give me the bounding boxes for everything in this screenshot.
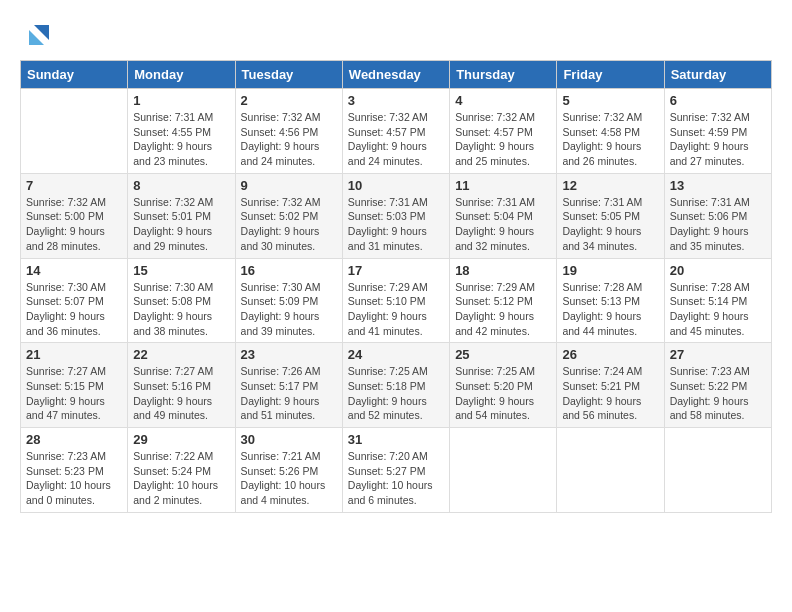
day-number: 27 [670, 347, 766, 362]
day-info: Sunrise: 7:30 AM Sunset: 5:09 PM Dayligh… [241, 280, 337, 339]
calendar-cell: 23Sunrise: 7:26 AM Sunset: 5:17 PM Dayli… [235, 343, 342, 428]
calendar-cell: 31Sunrise: 7:20 AM Sunset: 5:27 PM Dayli… [342, 428, 449, 513]
day-number: 21 [26, 347, 122, 362]
calendar-cell: 3Sunrise: 7:32 AM Sunset: 4:57 PM Daylig… [342, 89, 449, 174]
day-number: 9 [241, 178, 337, 193]
header-cell-friday: Friday [557, 61, 664, 89]
calendar-cell [450, 428, 557, 513]
day-number: 16 [241, 263, 337, 278]
day-number: 2 [241, 93, 337, 108]
week-row-1: 1Sunrise: 7:31 AM Sunset: 4:55 PM Daylig… [21, 89, 772, 174]
week-row-3: 14Sunrise: 7:30 AM Sunset: 5:07 PM Dayli… [21, 258, 772, 343]
calendar-cell: 4Sunrise: 7:32 AM Sunset: 4:57 PM Daylig… [450, 89, 557, 174]
day-number: 14 [26, 263, 122, 278]
calendar-cell: 16Sunrise: 7:30 AM Sunset: 5:09 PM Dayli… [235, 258, 342, 343]
day-number: 4 [455, 93, 551, 108]
day-info: Sunrise: 7:32 AM Sunset: 4:58 PM Dayligh… [562, 110, 658, 169]
header-cell-tuesday: Tuesday [235, 61, 342, 89]
day-info: Sunrise: 7:31 AM Sunset: 5:05 PM Dayligh… [562, 195, 658, 254]
day-info: Sunrise: 7:28 AM Sunset: 5:13 PM Dayligh… [562, 280, 658, 339]
day-info: Sunrise: 7:21 AM Sunset: 5:26 PM Dayligh… [241, 449, 337, 508]
page-header [20, 20, 772, 50]
day-info: Sunrise: 7:30 AM Sunset: 5:07 PM Dayligh… [26, 280, 122, 339]
calendar-cell: 9Sunrise: 7:32 AM Sunset: 5:02 PM Daylig… [235, 173, 342, 258]
day-info: Sunrise: 7:27 AM Sunset: 5:16 PM Dayligh… [133, 364, 229, 423]
logo [20, 20, 54, 50]
calendar-cell: 5Sunrise: 7:32 AM Sunset: 4:58 PM Daylig… [557, 89, 664, 174]
day-info: Sunrise: 7:31 AM Sunset: 4:55 PM Dayligh… [133, 110, 229, 169]
day-number: 26 [562, 347, 658, 362]
day-number: 31 [348, 432, 444, 447]
day-number: 3 [348, 93, 444, 108]
day-number: 10 [348, 178, 444, 193]
day-info: Sunrise: 7:31 AM Sunset: 5:04 PM Dayligh… [455, 195, 551, 254]
day-info: Sunrise: 7:24 AM Sunset: 5:21 PM Dayligh… [562, 364, 658, 423]
day-info: Sunrise: 7:20 AM Sunset: 5:27 PM Dayligh… [348, 449, 444, 508]
calendar-cell: 18Sunrise: 7:29 AM Sunset: 5:12 PM Dayli… [450, 258, 557, 343]
calendar-cell: 2Sunrise: 7:32 AM Sunset: 4:56 PM Daylig… [235, 89, 342, 174]
calendar-cell: 7Sunrise: 7:32 AM Sunset: 5:00 PM Daylig… [21, 173, 128, 258]
day-number: 11 [455, 178, 551, 193]
calendar-cell: 27Sunrise: 7:23 AM Sunset: 5:22 PM Dayli… [664, 343, 771, 428]
day-number: 23 [241, 347, 337, 362]
calendar-table: SundayMondayTuesdayWednesdayThursdayFrid… [20, 60, 772, 513]
calendar-cell: 28Sunrise: 7:23 AM Sunset: 5:23 PM Dayli… [21, 428, 128, 513]
calendar-cell: 30Sunrise: 7:21 AM Sunset: 5:26 PM Dayli… [235, 428, 342, 513]
calendar-cell: 14Sunrise: 7:30 AM Sunset: 5:07 PM Dayli… [21, 258, 128, 343]
day-number: 20 [670, 263, 766, 278]
day-info: Sunrise: 7:25 AM Sunset: 5:18 PM Dayligh… [348, 364, 444, 423]
day-number: 29 [133, 432, 229, 447]
header-row: SundayMondayTuesdayWednesdayThursdayFrid… [21, 61, 772, 89]
day-info: Sunrise: 7:28 AM Sunset: 5:14 PM Dayligh… [670, 280, 766, 339]
week-row-2: 7Sunrise: 7:32 AM Sunset: 5:00 PM Daylig… [21, 173, 772, 258]
day-number: 5 [562, 93, 658, 108]
calendar-cell [21, 89, 128, 174]
day-number: 19 [562, 263, 658, 278]
header-cell-sunday: Sunday [21, 61, 128, 89]
day-info: Sunrise: 7:32 AM Sunset: 4:59 PM Dayligh… [670, 110, 766, 169]
day-info: Sunrise: 7:29 AM Sunset: 5:10 PM Dayligh… [348, 280, 444, 339]
calendar-cell: 17Sunrise: 7:29 AM Sunset: 5:10 PM Dayli… [342, 258, 449, 343]
day-number: 6 [670, 93, 766, 108]
day-info: Sunrise: 7:32 AM Sunset: 4:57 PM Dayligh… [348, 110, 444, 169]
header-cell-saturday: Saturday [664, 61, 771, 89]
day-info: Sunrise: 7:32 AM Sunset: 5:02 PM Dayligh… [241, 195, 337, 254]
calendar-cell: 19Sunrise: 7:28 AM Sunset: 5:13 PM Dayli… [557, 258, 664, 343]
calendar-cell: 21Sunrise: 7:27 AM Sunset: 5:15 PM Dayli… [21, 343, 128, 428]
day-number: 12 [562, 178, 658, 193]
day-number: 18 [455, 263, 551, 278]
week-row-4: 21Sunrise: 7:27 AM Sunset: 5:15 PM Dayli… [21, 343, 772, 428]
day-number: 8 [133, 178, 229, 193]
day-info: Sunrise: 7:23 AM Sunset: 5:22 PM Dayligh… [670, 364, 766, 423]
day-info: Sunrise: 7:26 AM Sunset: 5:17 PM Dayligh… [241, 364, 337, 423]
day-info: Sunrise: 7:27 AM Sunset: 5:15 PM Dayligh… [26, 364, 122, 423]
day-number: 13 [670, 178, 766, 193]
calendar-cell: 1Sunrise: 7:31 AM Sunset: 4:55 PM Daylig… [128, 89, 235, 174]
calendar-cell: 26Sunrise: 7:24 AM Sunset: 5:21 PM Dayli… [557, 343, 664, 428]
calendar-cell: 11Sunrise: 7:31 AM Sunset: 5:04 PM Dayli… [450, 173, 557, 258]
logo-icon [24, 20, 54, 50]
day-info: Sunrise: 7:30 AM Sunset: 5:08 PM Dayligh… [133, 280, 229, 339]
calendar-cell: 13Sunrise: 7:31 AM Sunset: 5:06 PM Dayli… [664, 173, 771, 258]
day-info: Sunrise: 7:25 AM Sunset: 5:20 PM Dayligh… [455, 364, 551, 423]
day-number: 24 [348, 347, 444, 362]
day-info: Sunrise: 7:32 AM Sunset: 5:00 PM Dayligh… [26, 195, 122, 254]
day-info: Sunrise: 7:23 AM Sunset: 5:23 PM Dayligh… [26, 449, 122, 508]
day-number: 1 [133, 93, 229, 108]
calendar-cell [664, 428, 771, 513]
calendar-cell: 25Sunrise: 7:25 AM Sunset: 5:20 PM Dayli… [450, 343, 557, 428]
day-info: Sunrise: 7:29 AM Sunset: 5:12 PM Dayligh… [455, 280, 551, 339]
day-info: Sunrise: 7:31 AM Sunset: 5:06 PM Dayligh… [670, 195, 766, 254]
week-row-5: 28Sunrise: 7:23 AM Sunset: 5:23 PM Dayli… [21, 428, 772, 513]
calendar-cell: 15Sunrise: 7:30 AM Sunset: 5:08 PM Dayli… [128, 258, 235, 343]
day-number: 7 [26, 178, 122, 193]
calendar-cell: 29Sunrise: 7:22 AM Sunset: 5:24 PM Dayli… [128, 428, 235, 513]
day-number: 15 [133, 263, 229, 278]
calendar-cell: 24Sunrise: 7:25 AM Sunset: 5:18 PM Dayli… [342, 343, 449, 428]
day-info: Sunrise: 7:32 AM Sunset: 4:56 PM Dayligh… [241, 110, 337, 169]
calendar-cell: 22Sunrise: 7:27 AM Sunset: 5:16 PM Dayli… [128, 343, 235, 428]
day-number: 17 [348, 263, 444, 278]
calendar-cell: 20Sunrise: 7:28 AM Sunset: 5:14 PM Dayli… [664, 258, 771, 343]
day-number: 30 [241, 432, 337, 447]
calendar-cell: 6Sunrise: 7:32 AM Sunset: 4:59 PM Daylig… [664, 89, 771, 174]
